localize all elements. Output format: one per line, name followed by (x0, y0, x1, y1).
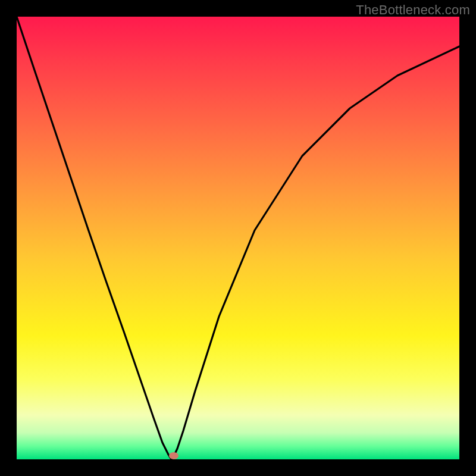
bottleneck-curve (17, 17, 459, 459)
curve-path (17, 17, 459, 459)
watermark-text: TheBottleneck.com (356, 2, 470, 18)
optimal-point-marker (169, 452, 178, 459)
